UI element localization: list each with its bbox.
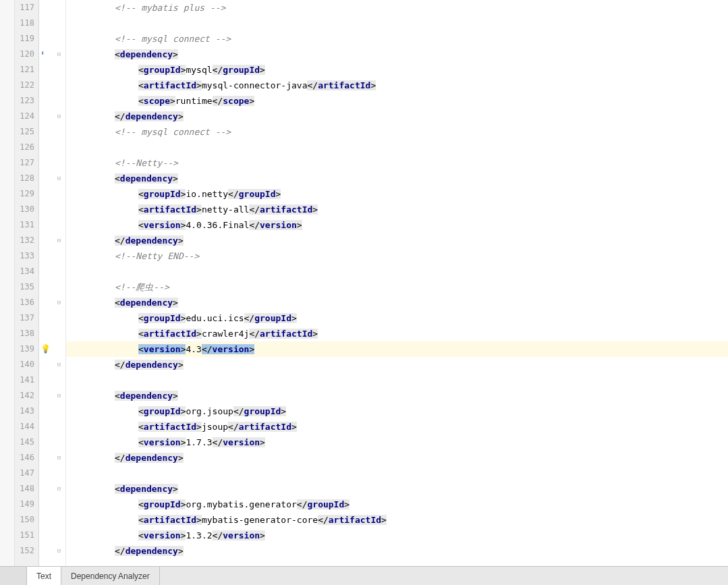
code-line[interactable]: <dependency> — [66, 388, 728, 403]
line-number[interactable]: 152 — [15, 543, 34, 559]
code-area[interactable]: <!-- mybatis plus --> <!-- mysql connect… — [66, 0, 728, 566]
code-line[interactable]: <artifactId>mybatis-generator-core</arti… — [66, 512, 728, 528]
code-line[interactable] — [66, 140, 728, 155]
fold-close-icon[interactable]: ⊟ — [55, 361, 63, 368]
line-number[interactable]: 145 — [15, 435, 34, 450]
code-line[interactable]: <!--Netty--> — [66, 155, 728, 171]
line-number[interactable]: 151 — [15, 528, 34, 543]
line-number[interactable]: 125 — [15, 124, 34, 140]
fold-open-icon[interactable]: ⊟ — [55, 392, 63, 399]
code-line[interactable]: <groupId>edu.uci.ics</groupId> — [66, 310, 728, 326]
fold-open-icon[interactable]: ⊟ — [55, 51, 63, 58]
line-number[interactable]: 121 — [15, 62, 34, 78]
code-line[interactable]: <dependency> — [66, 47, 728, 62]
line-number[interactable]: 134 — [15, 264, 34, 279]
line-number[interactable]: 126 — [15, 140, 34, 155]
code-line[interactable]: </dependency> — [66, 357, 728, 372]
icon-column: ⬍💡 — [39, 0, 53, 566]
code-line[interactable]: <scope>runtime</scope> — [66, 93, 728, 109]
line-number[interactable]: 140 — [15, 357, 34, 372]
tab-text[interactable]: Text — [27, 567, 61, 585]
line-number[interactable]: 133 — [15, 248, 34, 264]
code-line[interactable]: <version>1.3.2</version> — [66, 528, 728, 543]
fold-close-icon[interactable]: ⊟ — [55, 454, 63, 462]
line-number[interactable]: 128 — [15, 171, 34, 186]
tabs-left-spacer — [0, 567, 27, 585]
line-number[interactable]: 131 — [15, 217, 34, 233]
line-number[interactable]: 137 — [15, 310, 34, 326]
code-line[interactable]: <dependency> — [66, 171, 728, 186]
line-number[interactable]: 142 — [15, 388, 34, 403]
line-number[interactable]: 132 — [15, 233, 34, 248]
code-line[interactable] — [66, 264, 728, 279]
code-line[interactable]: <!--Netty END--> — [66, 248, 728, 264]
line-number[interactable]: 150 — [15, 512, 34, 528]
line-number[interactable]: 130 — [15, 202, 34, 217]
fold-open-icon[interactable]: ⊟ — [55, 299, 63, 306]
code-line[interactable]: <groupId>org.jsoup</groupId> — [66, 403, 728, 419]
editor-area: 1171181191201211221231241251261271281291… — [0, 0, 728, 566]
line-number[interactable]: 117 — [15, 0, 34, 16]
code-line[interactable]: </dependency> — [66, 543, 728, 559]
code-line[interactable]: <artifactId>netty-all</artifactId> — [66, 202, 728, 217]
fold-close-icon[interactable]: ⊟ — [55, 237, 63, 244]
line-number[interactable]: 139 — [15, 341, 34, 357]
code-line[interactable]: </dependency> — [66, 233, 728, 248]
line-number[interactable]: 144 — [15, 419, 34, 435]
line-number[interactable]: 143 — [15, 403, 34, 419]
line-number[interactable]: 124 — [15, 109, 34, 124]
tab-dependency-analyzer[interactable]: Dependency Analyzer — [61, 567, 160, 585]
fold-close-icon[interactable]: ⊟ — [55, 547, 63, 555]
bottom-tabs-bar: Text Dependency Analyzer — [0, 566, 728, 585]
code-line[interactable]: </dependency> — [66, 450, 728, 466]
fold-open-icon[interactable]: ⊟ — [55, 175, 63, 182]
code-line[interactable]: <!-- mysql connect --> — [66, 124, 728, 140]
line-number[interactable]: 118 — [15, 16, 34, 31]
code-line[interactable]: <groupId>mysql</groupId> — [66, 62, 728, 78]
line-number-gutter[interactable]: 1171181191201211221231241251261271281291… — [15, 0, 39, 566]
line-number[interactable]: 123 — [15, 93, 34, 109]
code-line[interactable]: <version>4.0.36.Final</version> — [66, 217, 728, 233]
intention-bulb-icon[interactable]: 💡 — [40, 344, 51, 354]
line-number[interactable]: 147 — [15, 466, 34, 481]
line-number[interactable]: 120 — [15, 47, 34, 62]
code-line[interactable] — [66, 372, 728, 388]
override-marker-icon[interactable]: ⬍ — [40, 49, 45, 57]
code-line[interactable]: <version>1.7.3</version> — [66, 435, 728, 450]
code-line[interactable]: <!--爬虫--> — [66, 279, 728, 295]
code-line-current[interactable]: <version>4.3</version> — [66, 341, 728, 357]
line-number[interactable]: 141 — [15, 372, 34, 388]
line-number[interactable]: 135 — [15, 279, 34, 295]
line-number[interactable]: 127 — [15, 155, 34, 171]
fold-open-icon[interactable]: ⊟ — [55, 485, 63, 493]
line-number[interactable]: 122 — [15, 78, 34, 93]
line-number[interactable]: 129 — [15, 186, 34, 202]
fold-close-icon[interactable]: ⊟ — [55, 113, 63, 120]
code-line[interactable]: <dependency> — [66, 481, 728, 497]
line-number[interactable]: 136 — [15, 295, 34, 310]
code-line[interactable]: <groupId>io.netty</groupId> — [66, 186, 728, 202]
code-line[interactable]: <artifactId>mysql-connector-java</artifa… — [66, 78, 728, 93]
fold-column[interactable]: ⊟⊟⊟⊟⊟⊟⊟⊟⊟⊟ — [53, 0, 66, 566]
editor-container: 1171181191201211221231241251261271281291… — [0, 0, 728, 585]
code-line[interactable]: <artifactId>jsoup</artifactId> — [66, 419, 728, 435]
code-line[interactable]: <dependency> — [66, 295, 728, 310]
code-line[interactable] — [66, 466, 728, 481]
code-line[interactable]: <groupId>org.mybatis.generator</groupId> — [66, 497, 728, 512]
code-line[interactable]: <!-- mybatis plus --> — [66, 0, 728, 16]
line-number[interactable]: 148 — [15, 481, 34, 497]
code-line[interactable]: <!-- mysql connect --> — [66, 31, 728, 47]
left-marker-bar — [0, 0, 15, 566]
code-line[interactable]: <artifactId>crawler4j</artifactId> — [66, 326, 728, 341]
code-line[interactable] — [66, 16, 728, 31]
line-number[interactable]: 146 — [15, 450, 34, 466]
code-line[interactable]: </dependency> — [66, 109, 728, 124]
line-number[interactable]: 119 — [15, 31, 34, 47]
line-number[interactable]: 149 — [15, 497, 34, 512]
line-number[interactable]: 138 — [15, 326, 34, 341]
